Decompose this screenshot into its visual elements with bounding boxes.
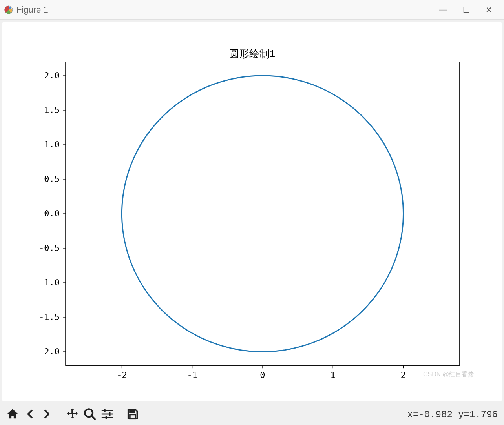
magnify-icon (83, 407, 97, 422)
window-controls: — ☐ ✕ (439, 5, 492, 15)
svg-text:2: 2 (401, 370, 406, 380)
svg-text:0.5: 0.5 (44, 174, 60, 184)
svg-rect-33 (104, 409, 106, 412)
sliders-icon (100, 407, 114, 422)
svg-rect-32 (102, 410, 113, 411)
svg-text:-1.0: -1.0 (39, 278, 60, 287)
minimize-button[interactable]: — (439, 5, 447, 15)
svg-text:-1.5: -1.5 (39, 312, 60, 322)
svg-rect-35 (109, 412, 110, 416)
svg-text:0: 0 (260, 370, 265, 380)
svg-rect-39 (130, 414, 135, 418)
svg-text:-1: -1 (187, 370, 197, 380)
toolbar: x=-0.982 y=1.796 (0, 404, 504, 425)
move-icon (66, 407, 79, 422)
svg-text:-0.5: -0.5 (39, 243, 60, 253)
home-button[interactable] (4, 406, 21, 423)
back-button[interactable] (21, 406, 38, 423)
arrow-left-icon (23, 407, 37, 422)
window-title: Figure 1 (16, 5, 439, 15)
svg-rect-1 (66, 62, 460, 365)
svg-text:-2: -2 (117, 370, 127, 380)
pan-button[interactable] (64, 406, 81, 423)
svg-rect-38 (130, 410, 134, 412)
matplotlib-app-icon (4, 5, 13, 15)
svg-line-31 (91, 416, 95, 420)
arrow-right-icon (40, 407, 54, 422)
cursor-coordinates: x=-0.982 y=1.796 (407, 409, 500, 420)
toolbar-separator (60, 408, 60, 422)
svg-text:1: 1 (331, 370, 336, 380)
svg-rect-34 (102, 414, 113, 415)
configure-button[interactable] (99, 406, 116, 423)
svg-text:2.0: 2.0 (44, 71, 60, 80)
forward-button[interactable] (38, 406, 56, 423)
figure-canvas[interactable]: 圆形绘制1 -2-10122.01.51.00.50.0-0.5-1.0-1.5… (2, 22, 502, 401)
home-icon (6, 407, 19, 422)
zoom-button[interactable] (81, 406, 99, 423)
svg-text:1.5: 1.5 (44, 105, 60, 115)
save-button[interactable] (124, 406, 141, 423)
svg-text:1.0: 1.0 (44, 140, 60, 149)
svg-text:-2.0: -2.0 (39, 347, 60, 356)
svg-rect-37 (106, 416, 107, 419)
svg-point-30 (85, 409, 93, 417)
toolbar-separator (120, 408, 120, 422)
maximize-button[interactable]: ☐ (463, 5, 470, 15)
save-icon (126, 407, 139, 422)
close-button[interactable]: ✕ (486, 5, 492, 15)
title-bar: Figure 1 — ☐ ✕ (0, 0, 504, 20)
plot-svg: -2-10122.01.51.00.50.0-0.5-1.0-1.5-2.0 (2, 22, 502, 401)
svg-text:0.0: 0.0 (44, 209, 60, 218)
